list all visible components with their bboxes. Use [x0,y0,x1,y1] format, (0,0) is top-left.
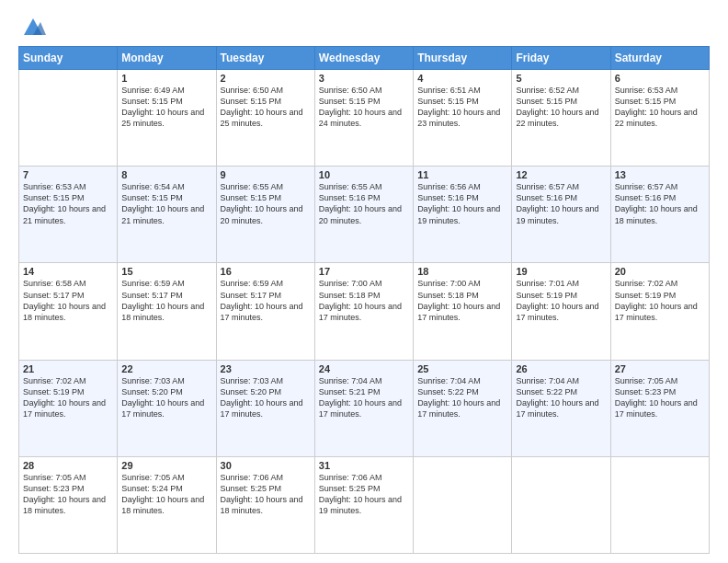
day-info: Sunrise: 6:59 AMSunset: 5:17 PMDaylight:… [221,278,311,323]
day-info: Sunrise: 7:04 AMSunset: 5:22 PMDaylight:… [516,375,606,420]
day-info: Sunrise: 6:53 AMSunset: 5:15 PMDaylight:… [23,181,113,226]
calendar-cell: 28Sunrise: 7:05 AMSunset: 5:23 PMDayligh… [19,456,118,553]
day-info: Sunrise: 7:00 AMSunset: 5:18 PMDaylight:… [319,278,409,323]
weekday-header-wednesday: Wednesday [314,47,413,70]
day-info: Sunrise: 6:51 AMSunset: 5:15 PMDaylight:… [417,85,507,130]
calendar-cell: 6Sunrise: 6:53 AMSunset: 5:15 PMDaylight… [610,70,709,167]
calendar-cell: 8Sunrise: 6:54 AMSunset: 5:15 PMDaylight… [118,167,216,263]
calendar-cell [610,456,709,553]
day-info: Sunrise: 7:02 AMSunset: 5:19 PMDaylight:… [23,375,113,420]
day-info: Sunrise: 7:04 AMSunset: 5:21 PMDaylight:… [319,375,409,420]
day-number: 16 [221,266,311,277]
day-number: 13 [615,169,705,180]
day-info: Sunrise: 7:02 AMSunset: 5:19 PMDaylight:… [615,278,705,323]
day-info: Sunrise: 6:54 AMSunset: 5:15 PMDaylight:… [121,181,211,226]
day-info: Sunrise: 7:03 AMSunset: 5:20 PMDaylight:… [221,375,311,420]
weekday-header-thursday: Thursday [414,47,512,70]
calendar-cell: 20Sunrise: 7:02 AMSunset: 5:19 PMDayligh… [610,263,709,360]
calendar-cell: 11Sunrise: 6:56 AMSunset: 5:16 PMDayligh… [414,167,512,263]
day-info: Sunrise: 6:55 AMSunset: 5:15 PMDaylight:… [221,181,311,226]
day-info: Sunrise: 6:55 AMSunset: 5:16 PMDaylight:… [319,181,409,226]
day-info: Sunrise: 7:05 AMSunset: 5:24 PMDaylight:… [121,472,211,517]
day-info: Sunrise: 6:50 AMSunset: 5:15 PMDaylight:… [319,85,409,130]
calendar-cell: 26Sunrise: 7:04 AMSunset: 5:22 PMDayligh… [512,360,610,456]
day-number: 4 [417,73,507,84]
weekday-header-row: SundayMondayTuesdayWednesdayThursdayFrid… [19,47,710,70]
day-number: 31 [319,460,409,471]
calendar-week-1: 7Sunrise: 6:53 AMSunset: 5:15 PMDaylight… [19,167,710,263]
calendar-cell: 15Sunrise: 6:59 AMSunset: 5:17 PMDayligh… [118,263,216,360]
day-number: 17 [319,266,409,277]
calendar-cell [512,456,610,553]
calendar-cell: 21Sunrise: 7:02 AMSunset: 5:19 PMDayligh… [19,360,118,456]
calendar-cell: 30Sunrise: 7:06 AMSunset: 5:25 PMDayligh… [216,456,314,553]
day-number: 14 [23,266,113,277]
day-info: Sunrise: 7:04 AMSunset: 5:22 PMDaylight:… [417,375,507,420]
page: SundayMondayTuesdayWednesdayThursdayFrid… [0,0,728,563]
day-info: Sunrise: 6:49 AMSunset: 5:15 PMDaylight:… [121,85,211,130]
day-number: 25 [417,363,507,374]
calendar-cell: 2Sunrise: 6:50 AMSunset: 5:15 PMDaylight… [216,70,314,167]
weekday-header-tuesday: Tuesday [216,47,314,70]
calendar-cell: 5Sunrise: 6:52 AMSunset: 5:15 PMDaylight… [512,70,610,167]
day-info: Sunrise: 6:58 AMSunset: 5:17 PMDaylight:… [23,278,113,323]
day-number: 18 [417,266,507,277]
day-number: 6 [615,73,705,84]
calendar-cell: 17Sunrise: 7:00 AMSunset: 5:18 PMDayligh… [314,263,413,360]
calendar-cell: 23Sunrise: 7:03 AMSunset: 5:20 PMDayligh… [216,360,314,456]
weekday-header-sunday: Sunday [19,47,118,70]
calendar-cell: 18Sunrise: 7:00 AMSunset: 5:18 PMDayligh… [414,263,512,360]
day-number: 3 [319,73,409,84]
day-number: 29 [121,460,211,471]
calendar-week-4: 28Sunrise: 7:05 AMSunset: 5:23 PMDayligh… [19,456,710,553]
calendar-cell: 27Sunrise: 7:05 AMSunset: 5:23 PMDayligh… [610,360,709,456]
day-number: 5 [516,73,606,84]
calendar-cell: 1Sunrise: 6:49 AMSunset: 5:15 PMDaylight… [118,70,216,167]
day-info: Sunrise: 7:05 AMSunset: 5:23 PMDaylight:… [615,375,705,420]
header [18,15,710,39]
day-number: 27 [615,363,705,374]
logo-icon [20,13,46,39]
day-number: 21 [23,363,113,374]
day-info: Sunrise: 6:57 AMSunset: 5:16 PMDaylight:… [516,181,606,226]
calendar-cell: 29Sunrise: 7:05 AMSunset: 5:24 PMDayligh… [118,456,216,553]
calendar-week-2: 14Sunrise: 6:58 AMSunset: 5:17 PMDayligh… [19,263,710,360]
day-info: Sunrise: 6:57 AMSunset: 5:16 PMDaylight:… [615,181,705,226]
calendar-cell [414,456,512,553]
day-number: 12 [516,169,606,180]
calendar-cell: 31Sunrise: 7:06 AMSunset: 5:25 PMDayligh… [314,456,413,553]
day-info: Sunrise: 7:05 AMSunset: 5:23 PMDaylight:… [23,472,113,517]
calendar-cell: 10Sunrise: 6:55 AMSunset: 5:16 PMDayligh… [314,167,413,263]
day-info: Sunrise: 6:52 AMSunset: 5:15 PMDaylight:… [516,85,606,130]
calendar-cell: 24Sunrise: 7:04 AMSunset: 5:21 PMDayligh… [314,360,413,456]
calendar-cell: 19Sunrise: 7:01 AMSunset: 5:19 PMDayligh… [512,263,610,360]
logo [18,15,46,39]
day-number: 2 [221,73,311,84]
calendar-cell [19,70,118,167]
weekday-header-saturday: Saturday [610,47,709,70]
calendar-cell: 13Sunrise: 6:57 AMSunset: 5:16 PMDayligh… [610,167,709,263]
day-info: Sunrise: 7:06 AMSunset: 5:25 PMDaylight:… [319,472,409,517]
day-number: 28 [23,460,113,471]
day-info: Sunrise: 6:50 AMSunset: 5:15 PMDaylight:… [221,85,311,130]
day-info: Sunrise: 6:59 AMSunset: 5:17 PMDaylight:… [121,278,211,323]
weekday-header-monday: Monday [118,47,216,70]
day-number: 7 [23,169,113,180]
weekday-header-friday: Friday [512,47,610,70]
day-info: Sunrise: 6:53 AMSunset: 5:15 PMDaylight:… [615,85,705,130]
day-number: 11 [417,169,507,180]
calendar-table: SundayMondayTuesdayWednesdayThursdayFrid… [18,46,710,554]
day-number: 19 [516,266,606,277]
day-number: 10 [319,169,409,180]
day-info: Sunrise: 7:06 AMSunset: 5:25 PMDaylight:… [221,472,311,517]
day-number: 26 [516,363,606,374]
day-info: Sunrise: 7:03 AMSunset: 5:20 PMDaylight:… [121,375,211,420]
day-number: 23 [221,363,311,374]
day-number: 1 [121,73,211,84]
calendar-cell: 25Sunrise: 7:04 AMSunset: 5:22 PMDayligh… [414,360,512,456]
calendar-cell: 22Sunrise: 7:03 AMSunset: 5:20 PMDayligh… [118,360,216,456]
day-number: 30 [221,460,311,471]
calendar-cell: 3Sunrise: 6:50 AMSunset: 5:15 PMDaylight… [314,70,413,167]
calendar-cell: 16Sunrise: 6:59 AMSunset: 5:17 PMDayligh… [216,263,314,360]
day-number: 15 [121,266,211,277]
